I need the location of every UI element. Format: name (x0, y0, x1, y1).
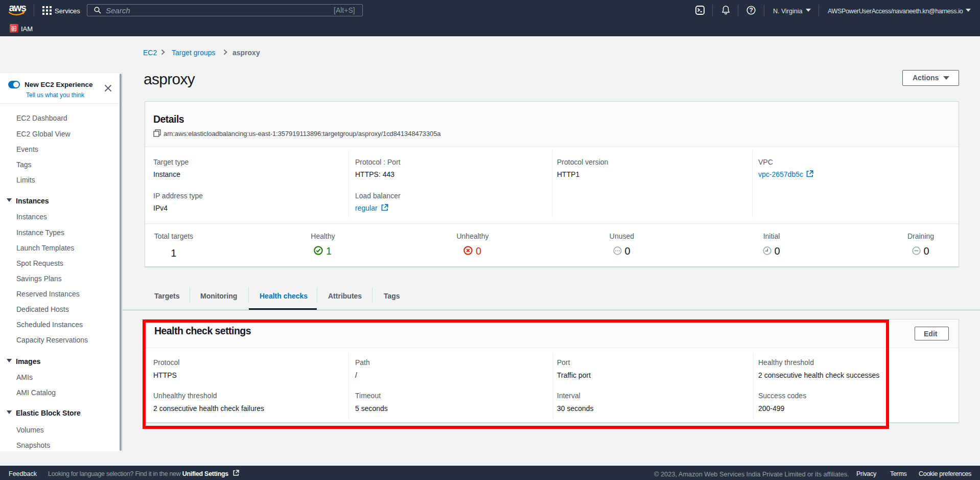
svg-text:?: ? (749, 7, 753, 14)
